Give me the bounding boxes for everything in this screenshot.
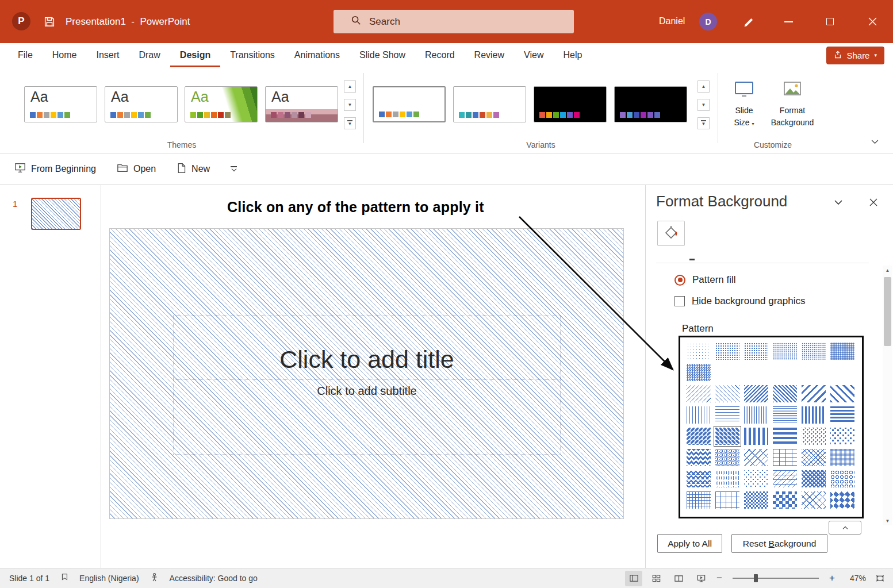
pattern-swatch-dark-vertical[interactable] — [802, 406, 826, 424]
pattern-swatch-dashed-vertical[interactable] — [773, 428, 797, 445]
pattern-swatch-75[interactable] — [773, 364, 797, 381]
tab-record[interactable]: Record — [415, 43, 465, 67]
theme-thumbnail-3[interactable]: Aa — [185, 86, 258, 122]
zoom-level[interactable]: 47% — [842, 574, 866, 583]
apply-to-all-button[interactable]: Apply to All — [657, 534, 722, 553]
subtitle-placeholder[interactable]: Click to add subtitle — [173, 380, 561, 455]
pattern-swatch-light-horizontal[interactable] — [715, 406, 739, 424]
pattern-swatch-wave[interactable] — [715, 449, 739, 466]
pattern-swatch-narrow-vertical[interactable] — [744, 406, 768, 424]
pattern-swatch-40[interactable] — [830, 343, 854, 360]
collapse-ribbon-button[interactable] — [869, 137, 880, 147]
theme-thumbnail-4[interactable]: Aa — [265, 86, 338, 122]
fill-options-button[interactable] — [657, 221, 685, 246]
pattern-swatch-50[interactable] — [687, 364, 711, 381]
themes-more-button[interactable]: ▼ — [344, 117, 356, 129]
pattern-swatch-large-grid[interactable] — [715, 491, 739, 509]
user-name[interactable]: Daniel — [659, 16, 685, 26]
pattern-swatch-trellis[interactable] — [802, 470, 826, 487]
pattern-swatch-large-confetti[interactable] — [830, 428, 854, 445]
tab-file[interactable]: File — [8, 43, 43, 67]
slide-info[interactable]: Slide 1 of 1 — [9, 574, 49, 583]
maximize-button[interactable] — [810, 0, 849, 43]
pattern-swatch-dashed-horizontal[interactable] — [744, 428, 768, 445]
slide-sorter-view-button[interactable] — [647, 571, 665, 586]
variants-scroll-down-button[interactable]: ▼ — [697, 99, 710, 111]
pattern-swatch-solid-diamond[interactable] — [830, 491, 854, 509]
pattern-swatch-light-vertical[interactable] — [687, 406, 711, 424]
tab-insert[interactable]: Insert — [86, 43, 129, 67]
accessibility-icon[interactable] — [150, 572, 159, 584]
pattern-fill-option[interactable]: Pattern fill — [674, 274, 736, 286]
fit-to-window-icon[interactable] — [871, 571, 888, 586]
format-background-button[interactable]: Format Background — [765, 80, 820, 128]
pattern-swatch-narrow-horizontal[interactable] — [773, 406, 797, 424]
pattern-swatch-small-checker-board[interactable] — [744, 491, 768, 509]
variant-thumbnail-1[interactable] — [373, 86, 446, 122]
pattern-swatch-wide-downward-diagonal[interactable] — [802, 385, 826, 402]
reset-background-button[interactable]: Reset Background — [731, 534, 827, 553]
pane-close-button[interactable] — [865, 194, 881, 210]
scrollbar-thumb[interactable] — [884, 277, 891, 346]
zoom-out-icon[interactable]: − — [715, 572, 724, 584]
tab-review[interactable]: Review — [465, 43, 514, 67]
tab-slide-show[interactable]: Slide Show — [350, 43, 415, 67]
from-beginning-button[interactable]: From Beginning — [14, 162, 96, 176]
pattern-swatch-diagonal-brick[interactable] — [744, 449, 768, 466]
scroll-up-icon[interactable]: ▲ — [883, 266, 892, 275]
variants-more-button[interactable]: ▼ — [697, 117, 710, 129]
pattern-swatch-wide-upward-diagonal[interactable] — [830, 385, 854, 402]
tab-home[interactable]: Home — [43, 43, 87, 67]
pattern-swatch-80[interactable] — [802, 364, 826, 381]
minimize-button[interactable] — [769, 0, 808, 43]
accessibility-status[interactable]: Accessibility: Good to go — [170, 574, 258, 583]
pattern-swatch-light-downward-diagonal[interactable] — [687, 385, 711, 402]
tab-draw[interactable]: Draw — [129, 43, 170, 67]
pattern-swatch-60[interactable] — [715, 364, 739, 381]
close-button[interactable] — [852, 0, 893, 43]
variant-thumbnail-2[interactable] — [453, 86, 526, 122]
theme-thumbnail-1[interactable]: Aa — [24, 86, 97, 122]
pattern-swatch-dashed-upward-diagonal[interactable] — [715, 428, 739, 445]
pattern-swatch-10[interactable] — [715, 343, 739, 360]
pattern-swatch-dashed-downward-diagonal[interactable] — [687, 428, 711, 445]
zoom-slider[interactable] — [733, 578, 819, 579]
tab-transitions[interactable]: Transitions — [220, 43, 285, 67]
tab-view[interactable]: View — [514, 43, 553, 67]
pattern-swatch-dotted-grid[interactable] — [715, 470, 739, 487]
pen-icon[interactable] — [741, 14, 757, 29]
new-button[interactable]: New — [177, 163, 210, 176]
pattern-swatch-weave[interactable] — [802, 449, 826, 466]
user-avatar[interactable]: D — [699, 13, 717, 30]
save-icon[interactable] — [41, 14, 58, 30]
variant-thumbnail-4[interactable] — [614, 86, 687, 122]
variants-scroll-up-button[interactable]: ▲ — [697, 80, 710, 93]
reading-view-button[interactable] — [670, 571, 687, 586]
slide-editing-surface[interactable]: Click to add title Click to add subtitle — [109, 228, 624, 519]
pattern-swatch-dark-upward-diagonal[interactable] — [773, 385, 797, 402]
pattern-swatch-sphere[interactable] — [830, 470, 854, 487]
pattern-swatch-plaid[interactable] — [830, 449, 854, 466]
zoom-slider-thumb[interactable] — [754, 574, 758, 582]
share-button[interactable]: Share ▾ — [826, 47, 884, 64]
slide-thumbnail[interactable] — [31, 198, 81, 230]
cropped-control[interactable] — [829, 521, 861, 535]
pattern-swatch-dotted-diamond[interactable] — [744, 470, 768, 487]
flag-icon[interactable] — [60, 572, 69, 584]
themes-scroll-down-button[interactable]: ▼ — [344, 99, 356, 111]
theme-thumbnail-2[interactable]: Aa — [105, 86, 178, 122]
pattern-swatch-25[interactable] — [773, 343, 797, 360]
slide-size-button[interactable]: Slide Size ▾ — [727, 80, 761, 128]
toolbar-overflow-button[interactable] — [231, 166, 237, 172]
title-placeholder[interactable]: Click to add title — [173, 315, 561, 380]
variant-thumbnail-3[interactable] — [534, 86, 607, 122]
pattern-swatch-5[interactable] — [687, 343, 711, 360]
pattern-swatch-70[interactable] — [744, 364, 768, 381]
language-status[interactable]: English (Nigeria) — [79, 574, 139, 583]
pattern-swatch-large-checker-board[interactable] — [773, 491, 797, 509]
zoom-in-icon[interactable]: + — [827, 572, 837, 584]
pattern-swatch-90[interactable] — [830, 364, 854, 381]
pattern-swatch-small-confetti[interactable] — [802, 428, 826, 445]
pattern-swatch-dark-downward-diagonal[interactable] — [744, 385, 768, 402]
pattern-swatch-outlined-diamond[interactable] — [802, 491, 826, 509]
